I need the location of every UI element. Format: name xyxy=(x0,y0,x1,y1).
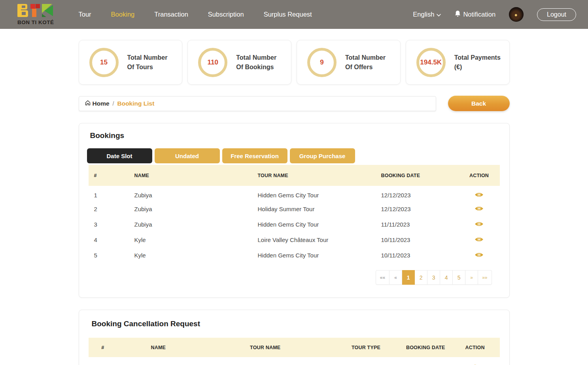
pagination: «« « 1 2 3 4 5 » »» xyxy=(87,270,492,285)
pagination-page-5[interactable]: 5 xyxy=(453,270,465,285)
stat-label: Total Number Of Bookings xyxy=(236,53,284,72)
breadcrumb-current-page: Booking List xyxy=(117,100,154,107)
breadcrumb-separator: / xyxy=(113,100,114,107)
row-name: Kyle xyxy=(117,357,199,365)
row-tour-type: Free Reservation xyxy=(331,357,401,365)
row-tour: Holiday Summer Tour xyxy=(253,201,376,217)
row-tour: Loire Valley Châteaux Tour xyxy=(253,232,376,248)
stat-value: 110 xyxy=(208,59,218,66)
stat-card-total-offers: 9 Total Number Of Offers xyxy=(297,40,401,85)
stat-ring: 194.5K xyxy=(416,48,446,77)
brand-logo[interactable]: BON TI KOTÉ xyxy=(17,4,54,25)
row-tour: Jet Skii xyxy=(199,357,331,365)
row-date: 12/12/2023 xyxy=(401,357,450,365)
back-button[interactable]: Back xyxy=(448,96,510,111)
logout-button[interactable]: Logout xyxy=(537,8,576,21)
tab-group-purchase[interactable]: Group Purchase xyxy=(290,148,355,163)
breadcrumb: Home / Booking List xyxy=(79,96,436,111)
row-name: Zubiya xyxy=(130,186,253,201)
table-row: 5 Kyle Hidden Gems City Tour 10/11/2023 xyxy=(89,248,500,263)
stat-ring: 9 xyxy=(307,48,337,77)
row-tour: Hidden Gems City Tour xyxy=(253,248,376,263)
col-tour-name: TOUR NAME xyxy=(253,165,376,186)
nav-item-tour[interactable]: Tour xyxy=(79,11,91,18)
pagination-page-2[interactable]: 2 xyxy=(415,270,427,285)
col-tour-name: TOUR NAME xyxy=(199,338,331,357)
row-name: Kyle xyxy=(130,232,253,248)
row-number: 5 xyxy=(89,248,130,263)
row-date: 10/11/2023 xyxy=(376,232,459,248)
tab-date-slot[interactable]: Date Slot xyxy=(87,148,152,163)
view-booking-icon[interactable] xyxy=(475,236,484,242)
table-row: 2 Zubiya Holiday Summer Tour 12/12/2023 xyxy=(89,201,500,217)
bell-icon xyxy=(454,10,461,19)
btk-logo-icon xyxy=(17,4,54,19)
language-selector[interactable]: English xyxy=(413,11,441,18)
col-tour-type: TOUR TYPE xyxy=(331,338,401,357)
row-name: Zubiya xyxy=(130,217,253,232)
stat-value: 9 xyxy=(320,59,323,66)
view-booking-icon[interactable] xyxy=(475,192,484,198)
cancellation-table-header: # NAME TOUR NAME TOUR TYPE BOOKING DATE … xyxy=(89,338,500,357)
row-date: 12/12/2023 xyxy=(376,186,459,201)
view-booking-icon[interactable] xyxy=(475,206,484,212)
breadcrumb-home-link[interactable]: Home xyxy=(85,100,110,108)
chevron-down-icon xyxy=(437,11,441,18)
pagination-last[interactable]: »» xyxy=(478,270,492,285)
stat-label: Total Number Of Offers xyxy=(345,53,393,72)
col-name: NAME xyxy=(130,165,253,186)
nav-item-subscription[interactable]: Subscription xyxy=(208,11,244,18)
pagination-prev[interactable]: « xyxy=(389,270,402,285)
stat-ring: 110 xyxy=(198,48,227,77)
row-number: 4 xyxy=(89,232,130,248)
row-name: Kyle xyxy=(130,248,253,263)
stat-value: 194.5K xyxy=(420,59,442,66)
pagination-page-4[interactable]: 4 xyxy=(440,270,453,285)
brand-name: BON TI KOTÉ xyxy=(17,20,54,25)
booking-type-tabs: Date Slot Undated Free Reservation Group… xyxy=(87,148,501,163)
table-row: 4 Kyle Loire Valley Châteaux Tour 10/11/… xyxy=(89,232,500,248)
main-nav: Tour Booking Transaction Subscription Su… xyxy=(79,11,312,18)
breadcrumb-home-label: Home xyxy=(93,100,110,107)
view-booking-icon[interactable] xyxy=(475,252,484,258)
tab-undated[interactable]: Undated xyxy=(155,148,220,163)
home-icon xyxy=(85,100,91,108)
notification-button[interactable]: Notification xyxy=(454,10,495,19)
table-row: 1 Kyle Jet Skii Free Reservation 12/12/2… xyxy=(89,357,500,365)
cancellation-title: Booking Cancellation Request xyxy=(87,318,501,328)
row-number: 3 xyxy=(89,217,130,232)
pagination-first[interactable]: «« xyxy=(376,270,389,285)
user-avatar[interactable] xyxy=(509,7,524,22)
nav-item-booking[interactable]: Booking xyxy=(111,11,135,18)
stat-label: Total Number Of Tours xyxy=(127,53,175,72)
pagination-page-1[interactable]: 1 xyxy=(402,270,415,285)
row-number: 1 xyxy=(89,186,130,201)
row-number: 2 xyxy=(89,201,130,217)
col-number: # xyxy=(89,338,117,357)
col-booking-date: BOOKING DATE xyxy=(401,338,450,357)
nav-item-surplus-request[interactable]: Surplus Request xyxy=(264,11,312,18)
stat-card-total-tours: 15 Total Number Of Tours xyxy=(79,40,183,85)
nav-item-transaction[interactable]: Transaction xyxy=(154,11,188,18)
bookings-title: Bookings xyxy=(87,131,501,140)
stat-card-total-payments: 194.5K Total Payments (€) xyxy=(406,40,510,85)
notification-label: Notification xyxy=(463,11,495,18)
tab-free-reservation[interactable]: Free Reservation xyxy=(222,148,287,163)
col-name: NAME xyxy=(117,338,199,357)
cancellation-panel: Booking Cancellation Request # NAME TOUR… xyxy=(79,310,510,365)
row-date: 10/11/2023 xyxy=(376,248,459,263)
col-action: ACTION xyxy=(459,165,500,186)
col-booking-date: BOOKING DATE xyxy=(376,165,459,186)
pagination-next[interactable]: » xyxy=(465,270,478,285)
stats-row: 15 Total Number Of Tours 110 Total Numbe… xyxy=(79,40,510,85)
cancellation-table: # NAME TOUR NAME TOUR TYPE BOOKING DATE … xyxy=(89,338,500,365)
view-booking-icon[interactable] xyxy=(475,221,484,227)
top-navbar: BON TI KOTÉ Tour Booking Transaction Sub… xyxy=(0,0,588,29)
bookings-table: # NAME TOUR NAME BOOKING DATE ACTION 1 Z… xyxy=(89,165,500,263)
stat-value: 15 xyxy=(100,59,108,66)
col-number: # xyxy=(89,165,130,186)
col-action: ACTION xyxy=(450,338,500,357)
pagination-page-3[interactable]: 3 xyxy=(427,270,440,285)
stat-ring: 15 xyxy=(89,48,119,77)
stat-label: Total Payments (€) xyxy=(454,53,502,72)
